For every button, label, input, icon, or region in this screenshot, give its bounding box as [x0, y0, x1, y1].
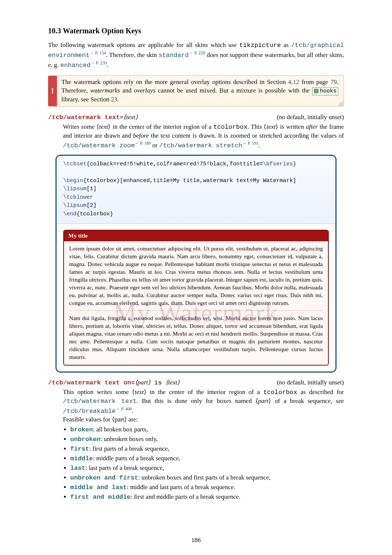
text: the text content is drawn. It is zoomed …	[149, 132, 344, 139]
code: [1]	[87, 186, 97, 192]
parts-list: broken: all broken box parts,unbroken: u…	[70, 426, 344, 502]
cs-begin: \begin	[63, 178, 83, 184]
part-keyword: first	[70, 445, 89, 453]
ref-watermark-text[interactable]: /tcb/watermark text	[63, 398, 136, 405]
library-name: hooks	[320, 88, 337, 94]
ref-standard[interactable]: standard	[159, 52, 189, 59]
list-item: broken: all broken box parts,	[70, 426, 344, 434]
part-desc: : unbroken boxes and first parts of a br…	[138, 474, 271, 481]
text: The following watermark options are appl…	[48, 41, 239, 48]
part-keyword: middle	[70, 455, 93, 462]
text: as	[281, 41, 291, 48]
example-output: My title My Watermark Lorem ipsum dolor …	[57, 224, 335, 371]
lipsum-upper: Lorem ipsum dolor sit amet, consectetuer…	[69, 245, 323, 307]
code-tcolorbox: tcolorbox	[263, 389, 297, 396]
key-name: /tcb/watermark text on	[48, 379, 131, 386]
pageref[interactable]: → P. 154	[89, 50, 106, 56]
code-listing: \tcbset{colback=red!5!white,colframe=red…	[57, 156, 335, 224]
part-desc: : first parts of a break sequence,	[89, 445, 169, 452]
pageref[interactable]: → P. 228	[189, 50, 205, 56]
list-item: middle and last: middle and last parts o…	[70, 483, 344, 492]
key-argument-part: ⟨part⟩	[135, 379, 151, 386]
text: text	[135, 388, 144, 396]
list-item: unbroken and first: unbroken boxes and f…	[70, 474, 344, 482]
note-box: ! The watermark options rely on the more…	[48, 75, 344, 107]
text: ⟩ in the center of the interior region o…	[108, 123, 213, 130]
cs-tcbset: \tcbset	[63, 161, 87, 167]
list-item: middle: middle parts of a break sequence…	[70, 454, 344, 463]
ref-watermark-stretch[interactable]: /tcb/watermark stretch	[159, 142, 242, 149]
text: is	[151, 379, 166, 386]
code: {tcolorbox}[enhanced,title=My title,wate…	[83, 178, 296, 184]
tcolorbox-title: My title	[64, 231, 328, 241]
list-item: last: last parts of a break sequence,	[70, 464, 344, 473]
text: . But this is done only for boxes named …	[136, 397, 258, 404]
key-description: This option writes some ⟨text⟩ in the ce…	[63, 388, 344, 424]
library-icon	[314, 89, 318, 93]
part-desc: : last parts of a break sequence,	[85, 464, 164, 471]
text: . This ⟨	[247, 123, 267, 130]
ref-enhanced[interactable]: enhanced	[60, 61, 91, 68]
ref-breakable[interactable]: /tcb/breakable	[63, 407, 116, 414]
key-argument-text: ⟨text⟩	[166, 379, 180, 386]
text: ⟩ is written	[276, 123, 306, 130]
exclamation-icon: !	[48, 76, 57, 106]
code: {colback=red!5!white,colframe=red!75!bla…	[87, 161, 263, 167]
term-overlays: overlays	[134, 87, 156, 94]
ref-watermark-zoom[interactable]: /tcb/watermark zoom	[63, 142, 135, 149]
pageref[interactable]: → P. 189	[135, 141, 151, 146]
key-argument: ⟨text⟩	[124, 114, 138, 121]
text: from page	[299, 78, 331, 85]
list-item: first and middle: first and middle parts…	[70, 493, 344, 502]
text: ⟩ of a break sequence, see	[268, 397, 344, 404]
key-description: Writes some ⟨text⟩ in the center of the …	[63, 123, 344, 150]
key-header-watermark-text: /tcb/watermark text=⟨text⟩ (no default, …	[48, 113, 344, 122]
part-keyword: last	[70, 465, 85, 472]
example-box: \tcbset{colback=red!5!white,colframe=red…	[55, 155, 337, 373]
list-item: unbroken: unbroken boxes only,	[70, 435, 344, 444]
part-keyword: unbroken	[70, 436, 101, 443]
key-header-watermark-text-on: /tcb/watermark text on=⟨part⟩ is ⟨text⟩ …	[48, 379, 344, 387]
code: }	[293, 161, 296, 167]
pageref[interactable]: → P. 400	[116, 406, 132, 411]
key-default: (no default, initially unset)	[277, 113, 344, 122]
text: part	[258, 397, 268, 404]
part-keyword: first and middle	[70, 494, 131, 501]
text: This option writes some ⟨	[63, 388, 135, 396]
library-hooks[interactable]: hooks	[312, 87, 338, 95]
cs-lipsum: \lipsum	[63, 186, 87, 192]
term-before: before	[133, 132, 149, 139]
ref-section-4-12[interactable]: 4.12	[288, 78, 299, 85]
cs-end: \end	[63, 211, 77, 217]
part-desc: : middle parts of a break sequence,	[93, 455, 180, 462]
code: [2]	[87, 202, 97, 209]
feasible-values-label: Feasible values for ⟨part⟩ are:	[63, 416, 344, 424]
term-watermarks: watermarks	[90, 87, 120, 94]
part-desc: : unbroken boxes only,	[101, 435, 158, 443]
text: text	[266, 123, 276, 130]
pageref[interactable]: → P. 191	[242, 141, 258, 146]
text: cannot be used mixed. But a mixture is p…	[155, 87, 312, 94]
term-after: after	[306, 123, 318, 130]
section-heading: 10.3 Watermark Option Keys	[48, 26, 344, 36]
divider-dashed	[69, 310, 323, 311]
text: .	[258, 142, 260, 149]
ref-page-79[interactable]: 79	[331, 78, 337, 85]
text: .	[117, 96, 119, 103]
key-name: /tcb/watermark text	[48, 114, 120, 121]
lipsum-lower: Nam dui ligula, fringilla a, euismod sod…	[69, 314, 323, 361]
part-keyword: middle and last	[70, 484, 127, 491]
text: =	[120, 114, 124, 121]
part-keyword: unbroken and first	[70, 474, 138, 481]
cs-tcblower: \tcblower	[63, 194, 93, 201]
text: and	[120, 87, 134, 94]
list-item: first: first parts of a break sequence,	[70, 445, 344, 454]
ref-section-23[interactable]: 23	[111, 96, 117, 103]
text: . Therefore, the skin	[106, 51, 159, 58]
text: library, see Section	[61, 96, 111, 103]
pageref[interactable]: → P. 230	[91, 60, 107, 65]
text: Writes some ⟨	[63, 123, 99, 130]
page-number: 186	[191, 536, 201, 545]
text: as described for	[297, 388, 344, 396]
cs-bfseries: \bfseries	[263, 161, 293, 167]
